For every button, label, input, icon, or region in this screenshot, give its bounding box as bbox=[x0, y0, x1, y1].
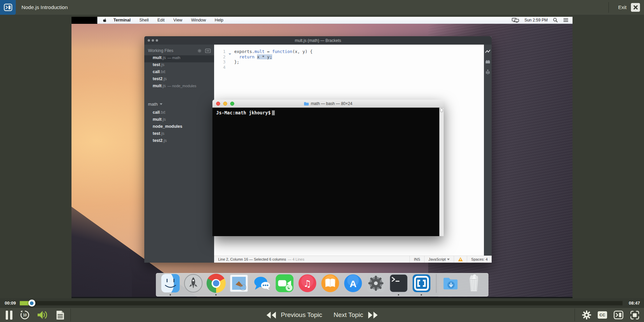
closed-captions-button[interactable]: CC bbox=[598, 311, 607, 319]
terminal-output[interactable]: Js-Mac:math jkhoury$ bbox=[212, 108, 439, 236]
code-text: exports.mult = function(x, y) { bbox=[234, 49, 312, 54]
chevron-down-icon bbox=[160, 103, 162, 105]
dock-icon-mail[interactable] bbox=[229, 274, 248, 293]
dock-icon-trash[interactable] bbox=[464, 274, 483, 293]
dock-icon-terminal[interactable] bbox=[389, 274, 408, 293]
line-number: 1 bbox=[214, 49, 226, 54]
menubar-black-strip bbox=[71, 17, 97, 24]
previous-icon bbox=[266, 311, 277, 319]
terminal-prompt: Js-Mac:math jkhoury$ bbox=[216, 110, 271, 115]
working-file-item[interactable]: call.txt bbox=[144, 69, 214, 76]
extension-manager-icon[interactable] bbox=[485, 60, 490, 64]
menu-item[interactable]: Terminal bbox=[113, 18, 131, 22]
volume-button[interactable] bbox=[34, 308, 52, 322]
menu-item[interactable]: View bbox=[174, 18, 183, 22]
working-file-item[interactable]: test.js bbox=[144, 62, 214, 69]
working-files-label: Working Files bbox=[148, 48, 173, 53]
terminal-window-title: math — bash — 80×24 bbox=[311, 101, 352, 106]
dock-icon-app-store[interactable]: A bbox=[343, 274, 362, 293]
menubar-clock[interactable]: Sun 2:59 PM bbox=[525, 18, 548, 22]
project-file-item[interactable]: node_modules bbox=[144, 124, 214, 131]
close-icon bbox=[633, 5, 638, 10]
previous-topic-label: Previous Topic bbox=[281, 311, 322, 319]
working-files-header: Working Files bbox=[144, 45, 214, 55]
project-file-item[interactable]: call.txt bbox=[144, 110, 214, 117]
dock-icon-brackets[interactable] bbox=[412, 274, 431, 293]
settings-button[interactable] bbox=[582, 310, 591, 320]
lint-warning[interactable] bbox=[454, 256, 467, 263]
sidebar-toggle-button[interactable] bbox=[613, 310, 624, 320]
cursor-position-status[interactable]: Line 2, Column 16 — Selected 6 columns bbox=[218, 257, 286, 261]
svg-text:♫: ♫ bbox=[303, 278, 311, 289]
menu-item[interactable]: Help bbox=[215, 18, 224, 22]
window-minimize-icon[interactable] bbox=[223, 102, 227, 106]
controls-divider bbox=[70, 309, 71, 321]
next-topic-button[interactable]: Next Topic bbox=[334, 311, 378, 319]
terminal-window-controls bbox=[216, 100, 234, 108]
spotlight-search-icon[interactable] bbox=[553, 18, 558, 22]
project-dropdown[interactable]: math bbox=[148, 102, 214, 107]
line-number: 2 bbox=[214, 54, 226, 59]
transcript-button[interactable] bbox=[52, 308, 68, 322]
code-text: return x * y; bbox=[234, 54, 272, 59]
scrollbar-thumb[interactable] bbox=[440, 108, 443, 112]
indent-setting[interactable]: Spaces: 4 bbox=[467, 256, 492, 263]
displays-icon[interactable] bbox=[512, 18, 519, 23]
brackets-titlebar[interactable]: mult.js (math) — Brackets bbox=[144, 36, 492, 45]
dock-icon-ibooks[interactable] bbox=[320, 274, 340, 293]
window-zoom-icon[interactable] bbox=[156, 39, 158, 42]
insert-mode-status[interactable]: INS bbox=[409, 256, 424, 263]
video-frame[interactable]: TerminalShellEditViewWindowHelp Sun 2:59… bbox=[71, 17, 573, 298]
pause-button[interactable] bbox=[0, 308, 16, 322]
language-selector[interactable]: JavaScript bbox=[424, 256, 454, 263]
window-zoom-icon[interactable] bbox=[230, 102, 234, 106]
apple-menu-icon[interactable] bbox=[102, 17, 107, 23]
code-line: 2 return x * y; bbox=[214, 54, 484, 60]
live-preview-icon[interactable] bbox=[485, 50, 490, 54]
menu-item[interactable]: Edit bbox=[157, 18, 165, 22]
dock-icon-messages[interactable] bbox=[252, 274, 271, 293]
gear-icon[interactable] bbox=[197, 49, 202, 53]
progress-bar[interactable] bbox=[20, 301, 623, 305]
folder-icon bbox=[304, 102, 309, 106]
window-close-icon[interactable] bbox=[148, 39, 150, 42]
dock-icon-system-preferences[interactable] bbox=[366, 274, 385, 293]
fullscreen-button[interactable] bbox=[630, 310, 640, 320]
rewind-10-button[interactable]: 10 bbox=[16, 308, 34, 322]
project-name: math bbox=[148, 102, 158, 107]
project-file-item[interactable]: mult.js bbox=[144, 117, 214, 124]
terminal-window[interactable]: math — bash — 80×24 Js-Mac:math jkhoury$ bbox=[212, 100, 444, 236]
working-file-item[interactable]: mult.js— math bbox=[144, 55, 214, 62]
dock-icon-facetime[interactable] bbox=[275, 274, 294, 293]
split-view-icon[interactable] bbox=[205, 49, 211, 53]
project-files-list: call.txt mult.js node_modules bbox=[144, 110, 214, 145]
course-player-logo bbox=[0, 0, 16, 15]
previous-topic-button[interactable]: Previous Topic bbox=[266, 311, 322, 319]
line-count-status: — 4 Lines bbox=[288, 257, 304, 261]
total-duration: 08:47 bbox=[629, 298, 640, 308]
page-title: Node.js Introduction bbox=[21, 0, 68, 15]
terminal-scrollbar[interactable] bbox=[439, 108, 444, 236]
window-close-icon[interactable] bbox=[216, 102, 220, 106]
exit-label[interactable]: Exit bbox=[618, 0, 627, 15]
working-file-item[interactable]: mult.js— node_modules bbox=[144, 84, 214, 91]
notification-center-icon[interactable] bbox=[563, 18, 568, 22]
layers-icon[interactable] bbox=[485, 69, 490, 74]
progress-knob[interactable] bbox=[28, 300, 35, 307]
dock-icon-itunes[interactable]: ♫ bbox=[298, 274, 317, 293]
menu-item[interactable]: Shell bbox=[139, 18, 149, 22]
line-number: 4 bbox=[214, 65, 226, 70]
volume-icon bbox=[37, 310, 48, 320]
dock-icon-finder[interactable] bbox=[161, 274, 180, 293]
dock-icon-launchpad[interactable] bbox=[184, 274, 203, 293]
dock-icon-downloads[interactable] bbox=[441, 274, 460, 293]
window-minimize-icon[interactable] bbox=[152, 39, 154, 42]
menu-item[interactable]: Window bbox=[191, 18, 206, 22]
working-file-item[interactable]: test2.js bbox=[144, 76, 214, 84]
player-progress-row: 00:09 08:47 bbox=[0, 298, 644, 308]
exit-close-button[interactable] bbox=[631, 3, 640, 12]
project-file-item[interactable]: test.js bbox=[144, 131, 214, 138]
terminal-titlebar[interactable]: math — bash — 80×24 bbox=[212, 100, 444, 108]
project-file-item[interactable]: test2.js bbox=[144, 138, 214, 145]
dock-icon-chrome[interactable] bbox=[206, 274, 226, 293]
